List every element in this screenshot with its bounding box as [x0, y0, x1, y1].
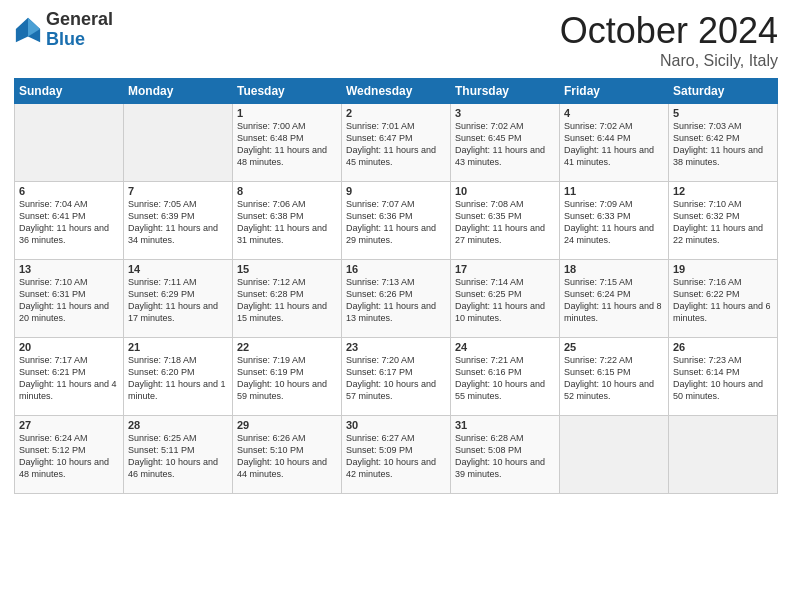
- calendar-cell: 13Sunrise: 7:10 AM Sunset: 6:31 PM Dayli…: [15, 260, 124, 338]
- calendar-cell: 29Sunrise: 6:26 AM Sunset: 5:10 PM Dayli…: [233, 416, 342, 494]
- calendar-cell: [669, 416, 778, 494]
- calendar-cell: 1Sunrise: 7:00 AM Sunset: 6:48 PM Daylig…: [233, 104, 342, 182]
- day-number: 8: [237, 185, 337, 197]
- calendar-header: SundayMondayTuesdayWednesdayThursdayFrid…: [15, 79, 778, 104]
- day-info: Sunrise: 7:06 AM Sunset: 6:38 PM Dayligh…: [237, 198, 337, 247]
- day-number: 16: [346, 263, 446, 275]
- header-row: SundayMondayTuesdayWednesdayThursdayFrid…: [15, 79, 778, 104]
- header-cell: Friday: [560, 79, 669, 104]
- day-info: Sunrise: 7:02 AM Sunset: 6:45 PM Dayligh…: [455, 120, 555, 169]
- header-cell: Wednesday: [342, 79, 451, 104]
- day-info: Sunrise: 6:26 AM Sunset: 5:10 PM Dayligh…: [237, 432, 337, 481]
- day-info: Sunrise: 7:10 AM Sunset: 6:32 PM Dayligh…: [673, 198, 773, 247]
- calendar-cell: 10Sunrise: 7:08 AM Sunset: 6:35 PM Dayli…: [451, 182, 560, 260]
- calendar-cell: 20Sunrise: 7:17 AM Sunset: 6:21 PM Dayli…: [15, 338, 124, 416]
- day-number: 27: [19, 419, 119, 431]
- day-number: 15: [237, 263, 337, 275]
- header-cell: Sunday: [15, 79, 124, 104]
- day-info: Sunrise: 7:16 AM Sunset: 6:22 PM Dayligh…: [673, 276, 773, 325]
- calendar-week-row: 1Sunrise: 7:00 AM Sunset: 6:48 PM Daylig…: [15, 104, 778, 182]
- day-number: 23: [346, 341, 446, 353]
- calendar-cell: 8Sunrise: 7:06 AM Sunset: 6:38 PM Daylig…: [233, 182, 342, 260]
- day-info: Sunrise: 7:08 AM Sunset: 6:35 PM Dayligh…: [455, 198, 555, 247]
- calendar-week-row: 20Sunrise: 7:17 AM Sunset: 6:21 PM Dayli…: [15, 338, 778, 416]
- day-info: Sunrise: 6:27 AM Sunset: 5:09 PM Dayligh…: [346, 432, 446, 481]
- day-info: Sunrise: 7:13 AM Sunset: 6:26 PM Dayligh…: [346, 276, 446, 325]
- calendar-body: 1Sunrise: 7:00 AM Sunset: 6:48 PM Daylig…: [15, 104, 778, 494]
- page-container: General Blue October 2024 Naro, Sicily, …: [0, 0, 792, 504]
- calendar-cell: 17Sunrise: 7:14 AM Sunset: 6:25 PM Dayli…: [451, 260, 560, 338]
- day-number: 26: [673, 341, 773, 353]
- day-number: 9: [346, 185, 446, 197]
- day-info: Sunrise: 7:10 AM Sunset: 6:31 PM Dayligh…: [19, 276, 119, 325]
- day-info: Sunrise: 6:28 AM Sunset: 5:08 PM Dayligh…: [455, 432, 555, 481]
- calendar-cell: [560, 416, 669, 494]
- logo-text: General Blue: [46, 10, 113, 50]
- calendar-cell: 14Sunrise: 7:11 AM Sunset: 6:29 PM Dayli…: [124, 260, 233, 338]
- day-number: 2: [346, 107, 446, 119]
- title-block: October 2024 Naro, Sicily, Italy: [560, 10, 778, 70]
- day-number: 30: [346, 419, 446, 431]
- logo-blue: Blue: [46, 30, 113, 50]
- day-number: 22: [237, 341, 337, 353]
- calendar-cell: 21Sunrise: 7:18 AM Sunset: 6:20 PM Dayli…: [124, 338, 233, 416]
- day-number: 29: [237, 419, 337, 431]
- calendar-table: SundayMondayTuesdayWednesdayThursdayFrid…: [14, 78, 778, 494]
- calendar-cell: [124, 104, 233, 182]
- calendar-cell: 7Sunrise: 7:05 AM Sunset: 6:39 PM Daylig…: [124, 182, 233, 260]
- calendar-cell: 2Sunrise: 7:01 AM Sunset: 6:47 PM Daylig…: [342, 104, 451, 182]
- calendar-cell: 31Sunrise: 6:28 AM Sunset: 5:08 PM Dayli…: [451, 416, 560, 494]
- day-info: Sunrise: 7:14 AM Sunset: 6:25 PM Dayligh…: [455, 276, 555, 325]
- day-number: 12: [673, 185, 773, 197]
- day-number: 5: [673, 107, 773, 119]
- day-number: 21: [128, 341, 228, 353]
- calendar-cell: 22Sunrise: 7:19 AM Sunset: 6:19 PM Dayli…: [233, 338, 342, 416]
- header-cell: Tuesday: [233, 79, 342, 104]
- day-info: Sunrise: 7:15 AM Sunset: 6:24 PM Dayligh…: [564, 276, 664, 325]
- logo-icon: [14, 16, 42, 44]
- logo-general: General: [46, 10, 113, 30]
- header-cell: Saturday: [669, 79, 778, 104]
- day-number: 10: [455, 185, 555, 197]
- calendar-cell: 27Sunrise: 6:24 AM Sunset: 5:12 PM Dayli…: [15, 416, 124, 494]
- calendar-cell: 6Sunrise: 7:04 AM Sunset: 6:41 PM Daylig…: [15, 182, 124, 260]
- page-header: General Blue October 2024 Naro, Sicily, …: [14, 10, 778, 70]
- day-info: Sunrise: 7:03 AM Sunset: 6:42 PM Dayligh…: [673, 120, 773, 169]
- day-info: Sunrise: 6:24 AM Sunset: 5:12 PM Dayligh…: [19, 432, 119, 481]
- header-cell: Monday: [124, 79, 233, 104]
- calendar-cell: 23Sunrise: 7:20 AM Sunset: 6:17 PM Dayli…: [342, 338, 451, 416]
- calendar-cell: 26Sunrise: 7:23 AM Sunset: 6:14 PM Dayli…: [669, 338, 778, 416]
- day-number: 19: [673, 263, 773, 275]
- day-info: Sunrise: 7:04 AM Sunset: 6:41 PM Dayligh…: [19, 198, 119, 247]
- calendar-cell: 15Sunrise: 7:12 AM Sunset: 6:28 PM Dayli…: [233, 260, 342, 338]
- day-info: Sunrise: 7:01 AM Sunset: 6:47 PM Dayligh…: [346, 120, 446, 169]
- day-number: 28: [128, 419, 228, 431]
- calendar-cell: 11Sunrise: 7:09 AM Sunset: 6:33 PM Dayli…: [560, 182, 669, 260]
- day-info: Sunrise: 7:12 AM Sunset: 6:28 PM Dayligh…: [237, 276, 337, 325]
- calendar-cell: 30Sunrise: 6:27 AM Sunset: 5:09 PM Dayli…: [342, 416, 451, 494]
- calendar-cell: 25Sunrise: 7:22 AM Sunset: 6:15 PM Dayli…: [560, 338, 669, 416]
- day-number: 17: [455, 263, 555, 275]
- day-info: Sunrise: 7:19 AM Sunset: 6:19 PM Dayligh…: [237, 354, 337, 403]
- day-number: 13: [19, 263, 119, 275]
- calendar-cell: 4Sunrise: 7:02 AM Sunset: 6:44 PM Daylig…: [560, 104, 669, 182]
- day-info: Sunrise: 7:22 AM Sunset: 6:15 PM Dayligh…: [564, 354, 664, 403]
- day-number: 24: [455, 341, 555, 353]
- day-info: Sunrise: 6:25 AM Sunset: 5:11 PM Dayligh…: [128, 432, 228, 481]
- logo: General Blue: [14, 10, 113, 50]
- day-info: Sunrise: 7:11 AM Sunset: 6:29 PM Dayligh…: [128, 276, 228, 325]
- day-number: 4: [564, 107, 664, 119]
- calendar-week-row: 27Sunrise: 6:24 AM Sunset: 5:12 PM Dayli…: [15, 416, 778, 494]
- day-number: 7: [128, 185, 228, 197]
- day-info: Sunrise: 7:21 AM Sunset: 6:16 PM Dayligh…: [455, 354, 555, 403]
- day-info: Sunrise: 7:20 AM Sunset: 6:17 PM Dayligh…: [346, 354, 446, 403]
- day-info: Sunrise: 7:09 AM Sunset: 6:33 PM Dayligh…: [564, 198, 664, 247]
- day-info: Sunrise: 7:07 AM Sunset: 6:36 PM Dayligh…: [346, 198, 446, 247]
- calendar-cell: 24Sunrise: 7:21 AM Sunset: 6:16 PM Dayli…: [451, 338, 560, 416]
- calendar-cell: 28Sunrise: 6:25 AM Sunset: 5:11 PM Dayli…: [124, 416, 233, 494]
- day-info: Sunrise: 7:17 AM Sunset: 6:21 PM Dayligh…: [19, 354, 119, 403]
- header-cell: Thursday: [451, 79, 560, 104]
- day-number: 3: [455, 107, 555, 119]
- calendar-cell: 5Sunrise: 7:03 AM Sunset: 6:42 PM Daylig…: [669, 104, 778, 182]
- day-number: 31: [455, 419, 555, 431]
